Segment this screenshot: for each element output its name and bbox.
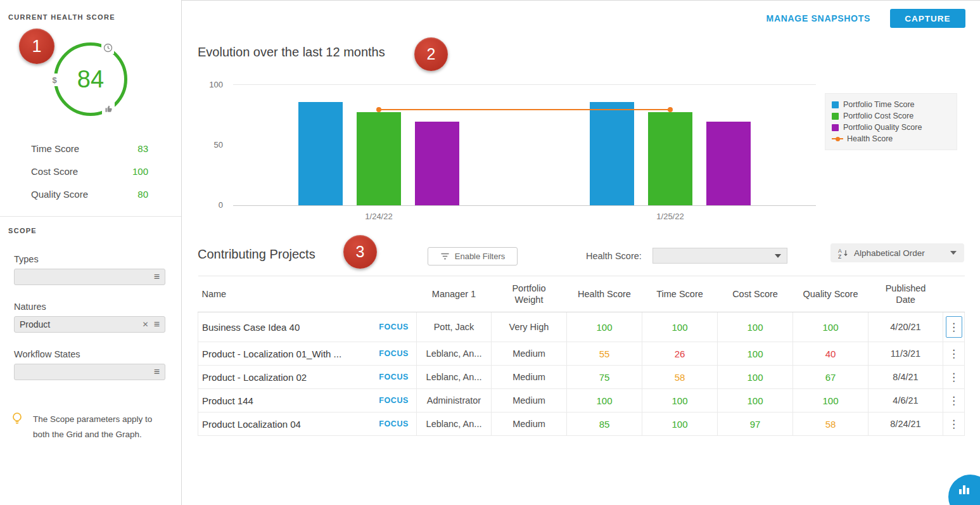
column-header-portfolio-weight[interactable]: Portfolio Weight — [492, 276, 567, 312]
quality-score-cell: 67 — [793, 366, 869, 389]
health-score-cell: 100 — [567, 312, 642, 342]
sort-order-dropdown[interactable]: AZ Alphabetical Order — [830, 243, 964, 262]
manager-cell: Pott, Jack — [417, 312, 492, 342]
cost-score-label: Cost Score — [31, 166, 78, 177]
kebab-menu-icon[interactable]: ⋮ — [946, 390, 962, 411]
project-name-cell: Product 144FOCUS — [198, 389, 417, 412]
enable-filters-label: Enable Filters — [455, 252, 505, 261]
types-input[interactable]: ≡ — [14, 269, 165, 285]
manager-cell: Leblanc, An... — [417, 412, 492, 436]
annotation-badge-1: 1 — [19, 29, 54, 64]
cost-score-cell: 100 — [718, 312, 793, 342]
table-row[interactable]: Product Localization 04FOCUSLeblanc, An.… — [198, 412, 965, 436]
health-score-cell: 55 — [567, 342, 642, 366]
name-wrap: Product 144FOCUS — [198, 395, 416, 406]
kebab-menu-icon[interactable]: ⋮ — [946, 367, 962, 387]
capture-button[interactable]: CAPTURE — [890, 9, 965, 28]
portfolio-weight-cell: Very High — [492, 312, 567, 342]
project-name: Product - Localization 02 — [202, 372, 307, 383]
time-score-cell: 26 — [642, 342, 718, 366]
table-row[interactable]: Business Case Idea 40FOCUSPott, JackVery… — [198, 312, 965, 342]
column-header-health-score[interactable]: Health Score — [567, 276, 642, 312]
focus-link[interactable]: FOCUS — [379, 419, 409, 428]
bar-group — [590, 82, 751, 205]
types-label: Types — [14, 254, 39, 264]
current-health-score-title: CURRENT HEALTH SCORE — [8, 13, 115, 21]
contributing-projects-title: Contributing Projects — [198, 247, 315, 262]
natures-label: Natures — [14, 302, 46, 312]
quality-score-label: Quality Score — [31, 189, 88, 200]
list-picker-icon[interactable]: ≡ — [154, 367, 160, 377]
column-header-quality-score[interactable]: Quality Score — [793, 276, 869, 312]
quality-score-cell: 58 — [793, 412, 869, 436]
evolution-section-title: Evolution over the last 12 months — [198, 45, 385, 60]
workflow-states-input[interactable]: ≡ — [14, 364, 165, 380]
project-name: Product Localization 04 — [202, 419, 301, 430]
bar-portfolio-time-score[interactable] — [298, 102, 343, 205]
published-date-cell: 8/4/21 — [869, 366, 943, 389]
project-name-cell: Product Localization 04FOCUS — [198, 412, 417, 436]
list-picker-icon[interactable]: ≡ — [154, 319, 160, 329]
bar-portfolio-quality-score[interactable] — [415, 122, 459, 205]
table-row[interactable]: Product 144FOCUSAdministratorMedium10010… — [198, 389, 965, 412]
column-header-menu — [943, 276, 965, 312]
column-header-manager[interactable]: Manager 1 — [417, 276, 492, 312]
chart-plot — [233, 82, 816, 205]
projects-table-body: Business Case Idea 40FOCUSPott, JackVery… — [198, 312, 965, 436]
column-header-name[interactable]: Name — [198, 276, 417, 312]
column-header-cost-score[interactable]: Cost Score — [718, 276, 793, 312]
enable-filters-button[interactable]: Enable Filters — [428, 247, 518, 265]
focus-link[interactable]: FOCUS — [379, 396, 409, 405]
clock-icon — [101, 41, 114, 54]
health-score-cell: 85 — [567, 412, 642, 436]
clear-icon[interactable]: ✕ — [143, 320, 149, 329]
svg-text:Z: Z — [838, 253, 841, 259]
table-header-row: Name Manager 1 Portfolio Weight Health S… — [198, 276, 965, 312]
top-border — [56, 0, 980, 1]
kebab-menu-icon[interactable]: ⋮ — [946, 414, 962, 434]
column-header-published-date[interactable]: Published Date — [869, 276, 943, 312]
focus-link[interactable]: FOCUS — [379, 373, 409, 381]
focus-link[interactable]: FOCUS — [379, 349, 409, 358]
lightbulb-icon — [10, 411, 24, 429]
portfolio-weight-cell: Medium — [492, 412, 567, 436]
chart-fab-button[interactable] — [948, 475, 980, 505]
published-date-cell: 11/3/21 — [869, 342, 943, 366]
legend-label: Portfolio Time Score — [843, 100, 915, 109]
health-score-line — [379, 109, 670, 110]
bar-portfolio-cost-score[interactable] — [357, 112, 401, 205]
row-menu-cell: ⋮ — [943, 412, 965, 436]
cost-score-cell: 100 — [718, 342, 793, 366]
legend-swatch — [832, 113, 839, 120]
table-row[interactable]: Product - Localization 02FOCUSLeblanc, A… — [198, 366, 965, 389]
time-score-value: 83 — [137, 143, 148, 154]
kebab-menu-icon[interactable]: ⋮ — [946, 343, 962, 364]
dropdown-arrow-icon — [775, 254, 781, 258]
row-menu-cell: ⋮ — [943, 366, 965, 389]
bar-portfolio-quality-score[interactable] — [706, 122, 751, 205]
legend-line-swatch — [832, 138, 843, 139]
quality-score-cell: 40 — [793, 342, 869, 366]
cost-score-value: 100 — [132, 166, 148, 177]
kebab-menu-icon[interactable]: ⋮ — [946, 316, 962, 338]
bar-portfolio-cost-score[interactable] — [648, 112, 692, 205]
manage-snapshots-link[interactable]: MANAGE SNAPSHOTS — [767, 13, 870, 23]
x-axis: 1/24/221/25/22 — [233, 212, 816, 221]
focus-link[interactable]: FOCUS — [379, 323, 409, 331]
quality-score-cell: 100 — [793, 389, 869, 412]
chevron-down-icon — [950, 251, 957, 255]
column-header-time-score[interactable]: Time Score — [642, 276, 718, 312]
time-score-cell: 100 — [642, 389, 718, 412]
natures-input[interactable]: Product ✕ ≡ — [14, 316, 165, 333]
published-date-cell: 4/6/21 — [869, 389, 943, 412]
list-picker-icon[interactable]: ≡ — [154, 272, 160, 282]
health-score-cell: 75 — [567, 366, 642, 389]
alphabetical-sort-icon: AZ — [838, 248, 849, 259]
annotation-badge-3: 3 — [343, 235, 377, 269]
sidebar-divider — [0, 216, 181, 217]
bar-portfolio-time-score[interactable] — [590, 102, 634, 205]
legend-line-dot — [836, 137, 840, 141]
health-score-filter-dropdown[interactable] — [652, 248, 787, 264]
time-score-cell: 100 — [642, 412, 718, 436]
table-row[interactable]: Product - Localization 01_With ...FOCUSL… — [198, 342, 965, 366]
